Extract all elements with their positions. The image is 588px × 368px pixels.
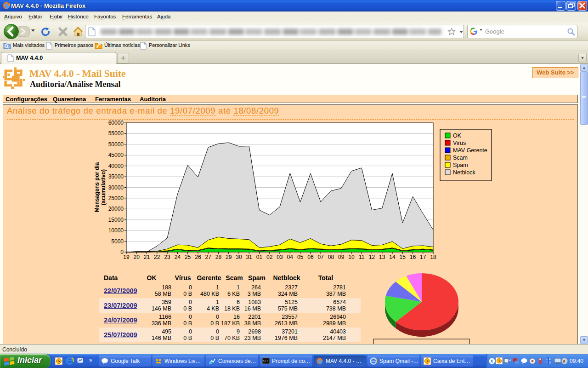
svg-text:C:\: C:\ bbox=[263, 359, 268, 362]
svg-text:a: a bbox=[563, 359, 565, 363]
